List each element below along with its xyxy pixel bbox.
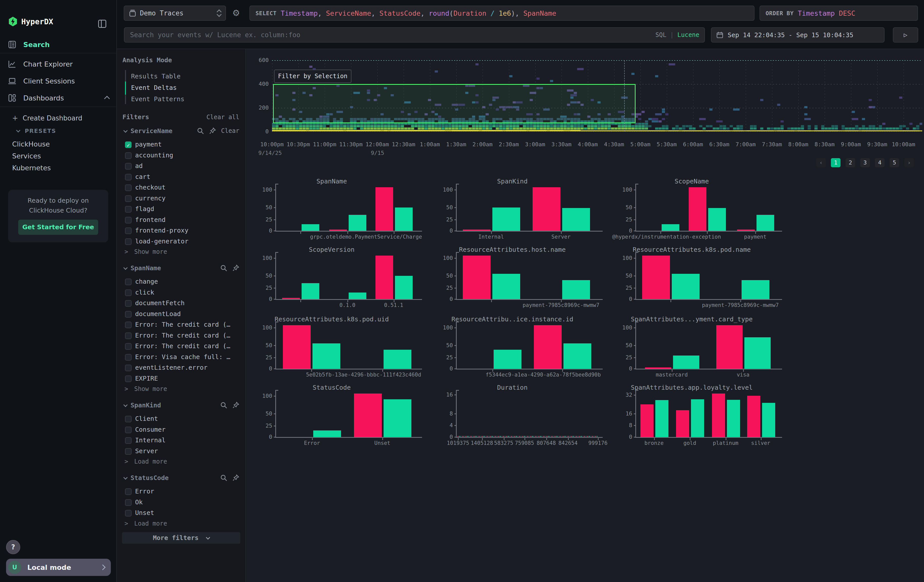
filter-show-more[interactable]: >Show more bbox=[124, 386, 167, 392]
order-by-input[interactable]: ORDER BY Timestamp DESC bbox=[759, 6, 918, 21]
checkbox-accounting[interactable] bbox=[125, 152, 132, 159]
pin-icon[interactable] bbox=[232, 402, 239, 409]
clear-group-button[interactable]: Clear bbox=[221, 127, 239, 134]
filter-option-label[interactable]: cart bbox=[135, 173, 150, 180]
filter-option-label[interactable]: Ok bbox=[135, 498, 143, 506]
search-icon[interactable] bbox=[220, 402, 227, 409]
filter-group-statuscode[interactable]: StatusCode bbox=[124, 474, 169, 481]
lang-sql[interactable]: SQL bbox=[655, 31, 667, 38]
page-3-button[interactable]: 3 bbox=[860, 158, 870, 167]
page-next-button[interactable]: › bbox=[904, 158, 914, 167]
search-icon[interactable] bbox=[220, 474, 227, 481]
filter-option-label[interactable]: change bbox=[135, 278, 158, 285]
analysis-mode-event-patterns[interactable]: Event Patterns bbox=[131, 96, 185, 103]
filter-option-label[interactable]: Error: The credit card (… bbox=[135, 321, 230, 328]
filter-group-servicename[interactable]: ServiceName bbox=[124, 127, 173, 135]
filter-load-more[interactable]: >Load more bbox=[124, 520, 167, 527]
app-logo[interactable]: HyperDX bbox=[8, 17, 53, 26]
run-query-button[interactable]: ▷ bbox=[893, 27, 918, 43]
filter-option-label[interactable]: Internal bbox=[135, 437, 165, 444]
checkbox-eventlistener-error[interactable] bbox=[125, 364, 132, 371]
language-toggle[interactable]: SQL | Lucene bbox=[655, 31, 699, 38]
pin-icon[interactable] bbox=[232, 474, 239, 481]
checkbox-error-visa-cache-full-[interactable] bbox=[125, 354, 132, 361]
filter-option-label[interactable]: Server bbox=[135, 447, 158, 455]
filter-option-label[interactable]: documentLoad bbox=[135, 310, 181, 318]
clear-all-button[interactable]: Clear all bbox=[206, 114, 239, 121]
sidebar-item-search[interactable]: Search bbox=[0, 39, 116, 50]
sidebar-preset-clickhouse[interactable]: ClickHouse bbox=[12, 140, 50, 148]
filter-option-label[interactable]: currency bbox=[135, 195, 165, 202]
source-select[interactable]: Demo Traces bbox=[124, 6, 226, 21]
checkbox-cart[interactable] bbox=[125, 174, 132, 180]
sql-query-input[interactable]: SELECT Timestamp, ServiceName, StatusCod… bbox=[249, 6, 754, 21]
lang-lucene[interactable]: Lucene bbox=[677, 31, 699, 38]
sidebar-collapse-icon[interactable] bbox=[98, 20, 106, 28]
sidebar-preset-services[interactable]: Services bbox=[12, 152, 41, 160]
filter-option-label[interactable]: EXPIRE bbox=[135, 375, 158, 382]
page-prev-button[interactable]: ‹ bbox=[816, 158, 826, 167]
checkbox-unset[interactable] bbox=[125, 510, 132, 516]
filter-option-label[interactable]: Error: The credit card (… bbox=[135, 342, 230, 350]
filter-load-more[interactable]: >Load more bbox=[124, 458, 167, 465]
checkbox-click[interactable] bbox=[125, 290, 132, 296]
local-mode-button[interactable]: U Local mode bbox=[6, 559, 111, 576]
sidebar-preset-kubernetes[interactable]: Kubernetes bbox=[12, 164, 51, 172]
checkbox-internal[interactable] bbox=[125, 437, 132, 444]
pin-icon[interactable] bbox=[209, 127, 216, 134]
page-1-button[interactable]: 1 bbox=[831, 158, 840, 167]
checkbox-error[interactable] bbox=[125, 488, 132, 495]
filter-option-label[interactable]: frontend-proxy bbox=[135, 227, 188, 234]
analysis-mode-event-deltas[interactable]: Event Deltas bbox=[131, 84, 177, 91]
help-button[interactable]: ? bbox=[6, 540, 20, 554]
filter-option-label[interactable]: Unset bbox=[135, 509, 154, 516]
filter-option-label[interactable]: documentFetch bbox=[135, 299, 185, 307]
filter-option-label[interactable]: Consumer bbox=[135, 426, 165, 433]
filter-show-more[interactable]: >Show more bbox=[124, 248, 167, 256]
checkbox-ok[interactable] bbox=[125, 499, 132, 506]
checkbox-server[interactable] bbox=[125, 448, 132, 455]
filter-group-spankind[interactable]: SpanKind bbox=[124, 402, 161, 409]
checkbox-load-generator[interactable] bbox=[125, 238, 132, 245]
filter-option-label[interactable]: ad bbox=[135, 162, 143, 170]
checkbox-consumer[interactable] bbox=[125, 427, 132, 433]
filter-option-label[interactable]: flagd bbox=[135, 205, 154, 213]
search-icon[interactable] bbox=[220, 264, 227, 272]
sidebar-item-chart-explorer[interactable]: Chart Explorer bbox=[0, 58, 116, 69]
filter-option-label[interactable]: click bbox=[135, 289, 154, 296]
checkbox-error-the-credit-card-[interactable] bbox=[125, 343, 132, 350]
checkbox-error-the-credit-card-[interactable] bbox=[125, 333, 132, 339]
filter-option-label[interactable]: Error: The credit card (… bbox=[135, 332, 230, 339]
page-4-button[interactable]: 4 bbox=[875, 158, 884, 167]
page-2-button[interactable]: 2 bbox=[846, 158, 855, 167]
lucene-search-input[interactable]: Search your events w/ Lucene ex. column:… bbox=[124, 27, 705, 43]
filter-by-selection-button[interactable]: Filter by Selection bbox=[274, 69, 351, 83]
filter-option-label[interactable]: Error bbox=[135, 488, 154, 495]
checkbox-frontend[interactable] bbox=[125, 217, 132, 223]
filter-option-label[interactable]: checkout bbox=[135, 184, 165, 191]
checkbox-checkout[interactable] bbox=[125, 185, 132, 191]
filter-option-label[interactable]: load-generator bbox=[135, 237, 188, 245]
checkbox-ad[interactable] bbox=[125, 163, 132, 170]
search-icon[interactable] bbox=[197, 127, 204, 134]
checkbox-client[interactable] bbox=[125, 416, 132, 422]
filter-option-label[interactable]: accounting bbox=[135, 152, 173, 159]
checkbox-expire[interactable] bbox=[125, 376, 132, 382]
pin-icon[interactable] bbox=[232, 264, 239, 272]
more-filters-button[interactable]: More filters bbox=[122, 532, 240, 544]
filter-option-label[interactable]: eventListener.error bbox=[135, 364, 208, 371]
checkbox-frontend-proxy[interactable] bbox=[125, 228, 132, 234]
sidebar-item-dashboards[interactable]: Dashboards bbox=[0, 92, 116, 104]
checkbox-flagd[interactable] bbox=[125, 206, 132, 213]
checkbox-error-the-credit-card-[interactable] bbox=[125, 322, 132, 328]
filter-option-label[interactable]: payment bbox=[135, 141, 162, 148]
filter-option-label[interactable]: frontend bbox=[135, 216, 165, 223]
filter-option-label[interactable]: Client bbox=[135, 415, 158, 422]
sidebar-item-client-sessions[interactable]: Client Sessions bbox=[0, 76, 116, 87]
checkbox-documentfetch[interactable] bbox=[125, 300, 132, 307]
get-started-button[interactable]: Get Started for Free bbox=[18, 220, 98, 235]
analysis-mode-results-table[interactable]: Results Table bbox=[131, 73, 181, 80]
checkbox-change[interactable] bbox=[125, 279, 132, 285]
checkbox-currency[interactable] bbox=[125, 195, 132, 202]
page-5-button[interactable]: 5 bbox=[889, 158, 899, 167]
